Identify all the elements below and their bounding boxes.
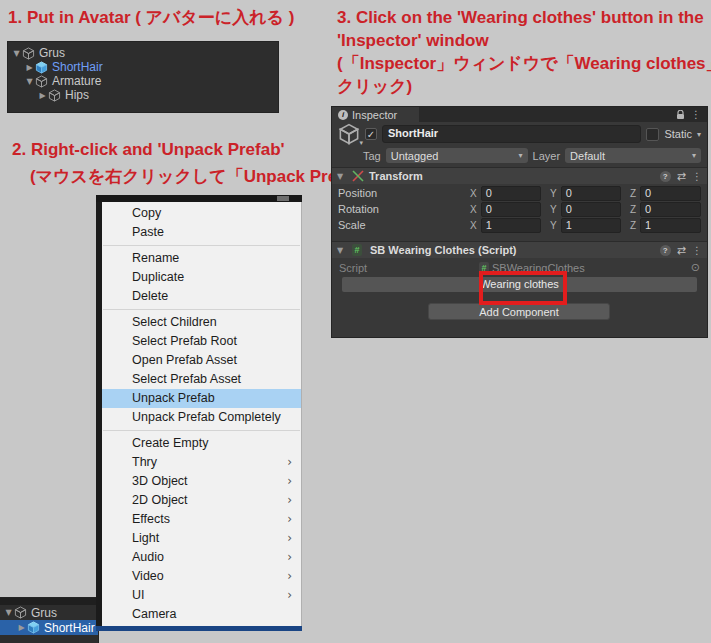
sb-component-title: SB Wearing Clothes (Script): [370, 244, 516, 256]
static-checkbox[interactable]: [646, 128, 659, 141]
foldout-arrow[interactable]: ▶: [37, 91, 48, 100]
menu-item-light[interactable]: Light›: [102, 529, 301, 548]
gameobject-cube-icon[interactable]: ▾: [338, 123, 360, 145]
axis-label-y: Y: [550, 204, 557, 215]
help-icon[interactable]: ?: [660, 171, 671, 182]
menu-item-paste[interactable]: Paste: [102, 223, 301, 242]
hierarchy-item-grus[interactable]: ▼Grus: [0, 605, 98, 620]
kebab-menu-icon[interactable]: ⋮: [691, 109, 701, 120]
hierarchy-item-armature[interactable]: ▼Armature: [8, 74, 278, 88]
axis-group-y: Y1: [550, 218, 621, 233]
lock-icon[interactable]: [676, 110, 685, 120]
axis-field-z[interactable]: 0: [640, 186, 701, 201]
menu-item-label: Video: [132, 569, 164, 583]
menu-item-unpack-prefab[interactable]: Unpack Prefab: [102, 389, 301, 408]
hierarchy-item-hips[interactable]: ▶Hips: [8, 88, 278, 102]
axis-field-x[interactable]: 0: [481, 186, 541, 201]
kebab-menu-icon[interactable]: ⋮: [692, 245, 702, 256]
foldout-arrow[interactable]: ▼: [11, 49, 22, 58]
help-icon[interactable]: ?: [660, 245, 671, 256]
layer-value: Default: [570, 150, 605, 162]
axis-field-y[interactable]: 0: [561, 186, 621, 201]
sb-wearing-clothes-header[interactable]: ▼ # SB Wearing Clothes (Script) ? ⇄ ⋮: [332, 241, 707, 258]
axis-fields: X0Y0Z0: [470, 186, 701, 201]
menu-item-label: Create Empty: [132, 436, 208, 450]
add-component-button[interactable]: Add Component: [428, 303, 610, 320]
tab-inspector[interactable]: i Inspector: [332, 107, 419, 122]
hierarchy-item-shorthair[interactable]: ▶ShortHair: [8, 60, 278, 74]
menu-item-create-empty[interactable]: Create Empty: [102, 434, 301, 453]
menu-item-delete[interactable]: Delete: [102, 287, 301, 306]
axis-field-z[interactable]: 0: [640, 202, 701, 217]
foldout-arrow[interactable]: ▼: [3, 608, 14, 617]
presets-icon[interactable]: ⇄: [677, 244, 686, 257]
inspector-panel: i Inspector ⋮ ▾ ✓ ShortHair Static ▾ Tag…: [332, 107, 707, 337]
axis-field-y[interactable]: 0: [561, 202, 621, 217]
foldout-arrow[interactable]: ▼: [337, 246, 347, 255]
menu-item-rename[interactable]: Rename: [102, 249, 301, 268]
annotation-step3-line3: (「Inspector」ウィンドウで「Wearing clothes」ボタンを: [337, 52, 711, 75]
menu-item-camera[interactable]: Camera: [102, 605, 301, 624]
red-highlight-rectangle: [479, 271, 567, 305]
menu-item-unpack-prefab-completely[interactable]: Unpack Prefab Completely: [102, 408, 301, 427]
layer-dropdown[interactable]: Default ▾: [565, 148, 701, 163]
foldout-arrow[interactable]: ▶: [16, 623, 27, 632]
menu-item-label: Light: [132, 531, 159, 545]
menu-item-duplicate[interactable]: Duplicate: [102, 268, 301, 287]
submenu-arrow-icon: ›: [287, 472, 292, 491]
menu-item-3d-object[interactable]: 3D Object›: [102, 472, 301, 491]
axis-field-y[interactable]: 1: [561, 218, 621, 233]
transform-header-icons: ? ⇄ ⋮: [660, 170, 702, 183]
menu-item-audio[interactable]: Audio›: [102, 548, 301, 567]
menu-separator: [103, 309, 300, 310]
menu-item-select-prefab-asset[interactable]: Select Prefab Asset: [102, 370, 301, 389]
menu-item-select-prefab-root[interactable]: Select Prefab Root: [102, 332, 301, 351]
context-menu-bottom-bar: [96, 626, 302, 631]
axis-label-y: Y: [550, 188, 557, 199]
menu-separator: [103, 430, 300, 431]
menu-item-label: 3D Object: [132, 474, 188, 488]
inspector-tab-controls: ⋮: [676, 109, 707, 120]
menu-item-video[interactable]: Video›: [102, 567, 301, 586]
object-picker-icon[interactable]: ⊙: [691, 261, 700, 274]
annotation-step2-line1: 2. Right-click and 'Unpack Prefab': [12, 140, 285, 160]
transform-component-header[interactable]: ▼ Transform ? ⇄ ⋮: [332, 167, 707, 184]
kebab-menu-icon[interactable]: ⋮: [692, 171, 702, 182]
axis-group-z: Z1: [630, 218, 701, 233]
menu-item-copy[interactable]: Copy: [102, 204, 301, 223]
menu-item-label: Unpack Prefab: [132, 391, 215, 405]
menu-item-thry[interactable]: Thry›: [102, 453, 301, 472]
menu-item-2d-object[interactable]: 2D Object›: [102, 491, 301, 510]
axis-label-x: X: [470, 220, 477, 231]
chevron-down-icon: ▾: [686, 151, 696, 160]
hierarchy-item-grus[interactable]: ▼Grus: [8, 46, 278, 60]
context-menu-top-bar: [96, 195, 302, 202]
menu-item-effects[interactable]: Effects›: [102, 510, 301, 529]
object-name-field[interactable]: ShortHair: [382, 125, 641, 143]
menu-item-label: UI: [132, 588, 145, 602]
annotation-step1: 1. Put in Avatar ( アバターに入れる ): [8, 6, 294, 29]
hierarchy-item-shorthair[interactable]: ▶ShortHair: [0, 620, 98, 635]
axis-label-y: Y: [550, 220, 557, 231]
menu-item-select-children[interactable]: Select Children: [102, 313, 301, 332]
static-dropdown-arrow-icon[interactable]: ▾: [697, 130, 701, 139]
foldout-arrow[interactable]: ▶: [24, 63, 35, 72]
active-checkbox[interactable]: ✓: [365, 128, 377, 140]
sb-header-icons: ? ⇄ ⋮: [660, 244, 702, 257]
menu-item-open-prefab-asset[interactable]: Open Prefab Asset: [102, 351, 301, 370]
axis-field-x[interactable]: 0: [481, 202, 541, 217]
submenu-arrow-icon: ›: [287, 586, 292, 605]
transform-icon: [352, 170, 364, 182]
tag-dropdown[interactable]: Untagged ▾: [386, 148, 528, 163]
transform-row-label: Rotation: [338, 203, 470, 215]
axis-group-x: X1: [470, 218, 541, 233]
axis-label-x: X: [470, 204, 477, 215]
foldout-arrow[interactable]: ▼: [24, 77, 35, 86]
axis-field-z[interactable]: 1: [640, 218, 701, 233]
presets-icon[interactable]: ⇄: [677, 170, 686, 183]
cube-icon: [35, 61, 48, 74]
axis-field-x[interactable]: 1: [481, 218, 541, 233]
foldout-arrow[interactable]: ▼: [337, 172, 347, 181]
menu-item-ui[interactable]: UI›: [102, 586, 301, 605]
context-menu-body: CopyPasteRenameDuplicateDeleteSelect Chi…: [96, 202, 302, 626]
